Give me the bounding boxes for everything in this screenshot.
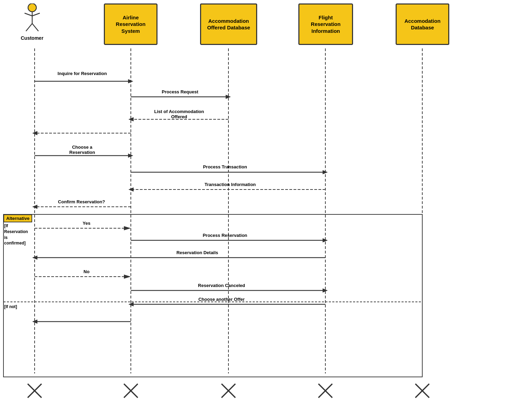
svg-line-44 [318,384,332,398]
alt-msg1-label: Yes [48,221,125,226]
svg-line-40 [124,384,138,398]
alt-msg5-label: Reservation Canceled [166,283,277,288]
svg-marker-18 [128,187,134,192]
svg-marker-10 [128,117,134,121]
aod-label: Accommodation Offered Database [207,18,250,31]
svg-marker-28 [32,256,37,260]
diagram-container: Customer Airline Reservation System Acco… [0,0,532,407]
fri-label: Flight Reservation Information [311,14,341,35]
ars-actor-box: Airline Reservation System [104,3,157,45]
alt-msg2-label: Process Reservation [173,233,277,238]
svg-marker-12 [32,131,37,135]
ars-label: Airline Reservation System [116,14,146,35]
svg-line-39 [124,384,138,398]
svg-line-52 [32,24,38,31]
msg3-label: List of AccommodationOffered [135,109,223,119]
msg1-label: Inquire for Reservation [38,71,126,76]
svg-marker-30 [124,275,131,279]
msg8-label: Confirm Reservation? [37,199,126,204]
customer-actor: Customer [21,3,43,41]
svg-line-42 [222,384,235,398]
msg7-label: Transaction Information [173,182,287,187]
svg-line-49 [25,13,32,16]
alt-msg4-label: No [48,269,125,274]
svg-marker-8 [226,95,231,99]
svg-marker-24 [124,226,131,230]
adb-label: Accomodation Database [404,18,440,31]
msg5-label: Choose aReservation [38,145,126,155]
svg-marker-26 [323,238,328,242]
adb-actor-box: Accomodation Database [396,3,449,45]
svg-marker-6 [128,79,133,83]
alt-msg3-label: Reservation Details [138,250,256,255]
msg2-label: Process Request [142,89,218,94]
svg-point-47 [28,3,36,12]
svg-line-38 [28,384,42,398]
customer-figure-svg [22,3,43,35]
msg6-label: Process Transaction [173,164,277,169]
svg-line-50 [32,13,40,16]
svg-marker-36 [32,320,37,324]
aod-actor-box: Accommodation Offered Database [200,3,257,45]
svg-marker-20 [32,205,37,209]
svg-line-37 [28,384,42,398]
alt-msg6-label: Choose another Offer [166,297,277,302]
svg-marker-16 [323,170,328,174]
fri-actor-box: Flight Reservation Information [298,3,353,45]
customer-label: Customer [21,35,43,41]
svg-marker-32 [323,288,328,293]
svg-marker-34 [128,302,134,306]
alt-guard1: [IfReservationisconfirmed] [4,223,28,246]
alt-label: Alternative [3,214,32,222]
svg-line-43 [318,384,332,398]
svg-rect-21 [3,214,422,377]
svg-line-46 [415,384,429,398]
svg-line-45 [415,384,429,398]
svg-marker-14 [128,154,133,158]
alt-guard2: [If not] [4,304,17,309]
svg-line-51 [26,24,32,31]
svg-line-41 [222,384,235,398]
